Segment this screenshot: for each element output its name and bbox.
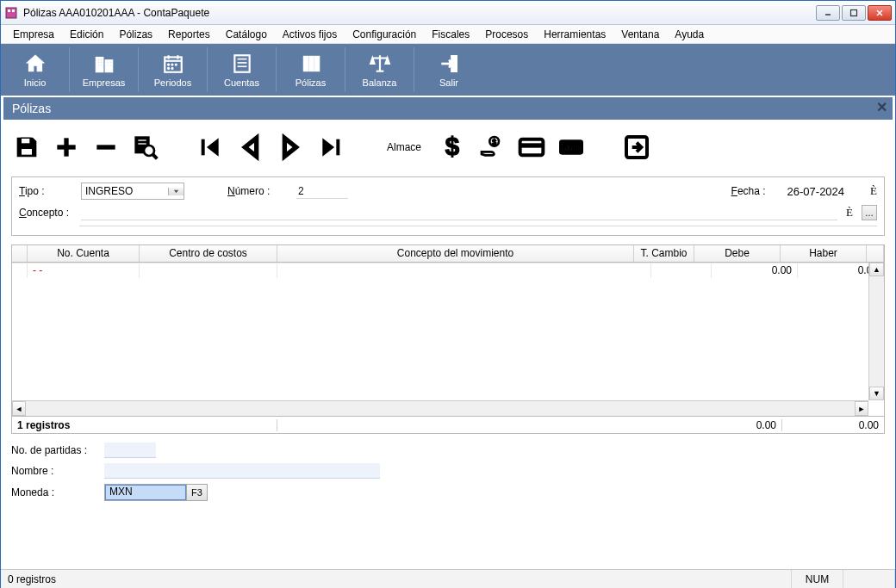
menu-edicion[interactable]: Edición	[63, 27, 110, 42]
summary-debe: 0.00	[696, 419, 782, 431]
th-scroll	[867, 245, 884, 262]
dollar-icon[interactable]: $	[437, 132, 468, 163]
toolbar-balanza[interactable]: Balanza	[345, 47, 414, 92]
tipo-label: Tipo :	[19, 185, 72, 197]
summary-haber: 0.00	[782, 419, 884, 431]
save-icon[interactable]	[11, 132, 42, 163]
toolbar-periodos[interactable]: Periodos	[139, 47, 208, 92]
concepto-glyph[interactable]: È	[846, 206, 853, 220]
vertical-scrollbar[interactable]: ▲ ▼	[868, 263, 884, 400]
menu-polizas[interactable]: Pólizas	[112, 27, 159, 42]
svg-rect-33	[308, 56, 313, 71]
concepto-browse-button[interactable]: …	[862, 205, 877, 220]
tipo-combo[interactable]: INGRESO	[81, 183, 184, 200]
fecha-glyph[interactable]: È	[870, 184, 877, 198]
menu-herramientas[interactable]: Herramientas	[537, 27, 613, 42]
toolbar-salir-label: Salir	[439, 77, 458, 88]
horizontal-scrollbar[interactable]: ◄ ►	[12, 400, 868, 416]
statusbar: 0 registros NUM	[1, 569, 895, 588]
svg-rect-44	[138, 139, 147, 142]
svg-rect-12	[100, 62, 102, 64]
card-icon[interactable]	[516, 132, 547, 163]
maximize-button[interactable]	[842, 5, 866, 21]
svg-rect-18	[109, 65, 111, 66]
scroll-right-icon[interactable]: ►	[855, 401, 868, 416]
cell-tc[interactable]	[651, 263, 712, 278]
th-tc[interactable]: T. Cambio	[634, 245, 694, 262]
toolbar-salir[interactable]: Salir	[414, 47, 483, 92]
cell-concepto[interactable]	[277, 263, 651, 278]
partidas-field[interactable]	[104, 443, 156, 458]
svg-rect-11	[97, 62, 99, 64]
minimize-button[interactable]	[816, 5, 840, 21]
menu-procesos[interactable]: Procesos	[478, 27, 535, 42]
menu-fiscales[interactable]: Fiscales	[425, 27, 476, 42]
cell-cc[interactable]	[140, 263, 277, 278]
toolbar-polizas[interactable]: Pólizas	[277, 47, 345, 92]
toolbar-inicio[interactable]: Inicio	[1, 47, 70, 92]
import-icon[interactable]	[621, 132, 652, 163]
exit-icon	[438, 52, 460, 76]
table-body: - - 0.00 0.00	[12, 263, 884, 416]
tipo-value: INGRESO	[82, 185, 168, 197]
numero-input[interactable]	[296, 183, 348, 199]
svg-point-23	[167, 64, 169, 65]
last-icon[interactable]	[314, 132, 345, 163]
nombre-field[interactable]	[104, 463, 380, 479]
panel-title: Pólizas	[12, 102, 51, 115]
svg-rect-10	[100, 59, 102, 61]
scroll-down-icon[interactable]: ▼	[869, 387, 884, 400]
svg-rect-28	[234, 55, 249, 72]
panel-close-icon[interactable]: ✕	[876, 99, 887, 115]
chevron-down-icon[interactable]	[168, 188, 184, 195]
table-summary: 1 registros 0.00 0.00	[11, 417, 885, 434]
menu-reportes[interactable]: Reportes	[161, 27, 217, 42]
th-debe[interactable]: Debe	[694, 245, 781, 262]
uuid-icon[interactable]: UUID	[556, 132, 587, 163]
add-icon[interactable]	[51, 132, 82, 163]
menu-activos-fijos[interactable]: Activos fijos	[276, 27, 344, 42]
toolbar-balanza-label: Balanza	[363, 77, 397, 88]
toolbar-cuentas[interactable]: Cuentas	[208, 47, 277, 92]
th-haber[interactable]: Haber	[781, 245, 867, 262]
cell-cuenta[interactable]: - -	[28, 263, 140, 278]
menu-ventana[interactable]: Ventana	[614, 27, 666, 42]
books-icon	[300, 52, 322, 76]
fecha-label: Fecha :	[731, 185, 779, 197]
hand-money-icon[interactable]: $	[476, 132, 507, 163]
menu-configuracion[interactable]: Configuración	[345, 27, 423, 42]
search-icon[interactable]	[130, 132, 161, 163]
scroll-left-icon[interactable]: ◄	[12, 401, 26, 416]
first-icon[interactable]	[196, 132, 227, 163]
table-row[interactable]: - - 0.00 0.00	[12, 263, 884, 278]
th-concepto[interactable]: Concepto del movimiento	[277, 245, 634, 262]
record-toolbar: Almace $ $ UUID	[6, 121, 890, 173]
poliza-header-box: Tipo : INGRESO Número : Fecha : 26-07-20…	[11, 176, 885, 236]
th-cc[interactable]: Centro de costos	[140, 245, 277, 262]
moneda-combo[interactable]: MXN F3	[104, 484, 208, 501]
menu-empresa[interactable]: Empresa	[6, 27, 61, 42]
next-icon[interactable]	[275, 132, 306, 163]
fecha-value[interactable]: 26-07-2024	[787, 185, 845, 198]
remove-icon[interactable]	[90, 132, 121, 163]
svg-rect-14	[100, 65, 102, 66]
th-cuenta[interactable]: No. Cuenta	[28, 245, 140, 262]
menu-catalogo[interactable]: Catálogo	[219, 27, 274, 42]
main-toolbar: Inicio Empresas Periodos Cuentas Pólizas…	[1, 44, 895, 96]
nombre-label: Nombre :	[11, 465, 97, 477]
prev-icon[interactable]	[235, 132, 266, 163]
menu-ayuda[interactable]: Ayuda	[668, 27, 711, 42]
toolbar-empresas[interactable]: Empresas	[70, 47, 139, 92]
toolbar-inicio-label: Inicio	[24, 77, 47, 88]
moneda-f3-button[interactable]: F3	[186, 485, 207, 500]
svg-rect-1	[8, 9, 10, 12]
concepto-input[interactable]	[81, 205, 837, 220]
svg-rect-34	[314, 56, 319, 71]
close-button[interactable]	[868, 5, 892, 21]
partidas-label: No. de partidas :	[11, 444, 97, 456]
svg-rect-2	[12, 9, 15, 12]
svg-rect-38	[21, 138, 30, 144]
scroll-up-icon[interactable]: ▲	[869, 263, 884, 276]
cell-debe[interactable]: 0.00	[712, 263, 798, 278]
svg-text:$: $	[445, 133, 459, 160]
